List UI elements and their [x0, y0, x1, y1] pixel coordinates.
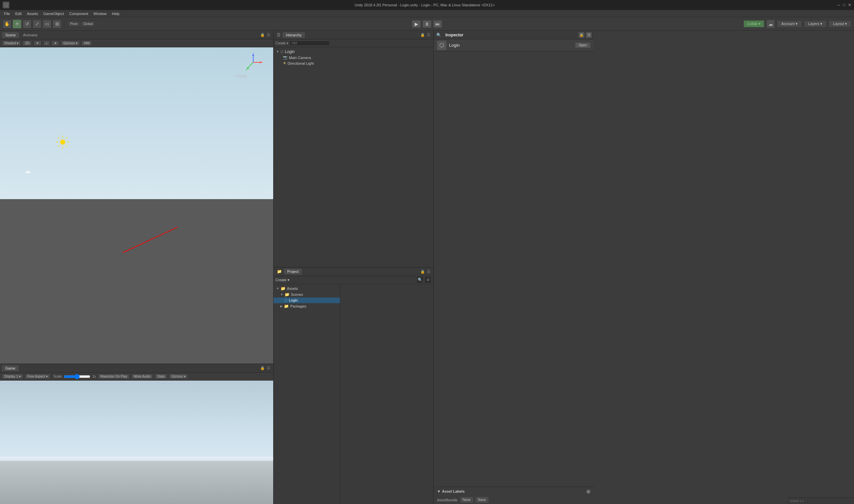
create-btn[interactable]: Create ▾	[275, 41, 288, 45]
inspector-asset-name: Login	[449, 43, 573, 48]
svg-marker-10	[252, 54, 254, 56]
hierarchy-search[interactable]	[290, 41, 330, 46]
menu-gameobject[interactable]: GameObject	[41, 11, 67, 16]
shading-dropdown[interactable]: Shaded ▾	[2, 41, 21, 46]
toolbar-right: Collab ▾ ☁ Account ▾ Layers ▾ Layout ▾	[741, 20, 854, 28]
svg-text:Y: Y	[246, 69, 247, 72]
layout-btn[interactable]: Layout ▾	[829, 20, 851, 28]
menu-edit[interactable]: Edit	[13, 11, 24, 16]
project-create-btn[interactable]: Create ▾	[275, 278, 290, 282]
svg-point-8	[60, 140, 65, 144]
mute-audio-btn[interactable]: Mute Audio	[131, 374, 153, 379]
inspector-open-btn[interactable]: Open	[575, 42, 590, 48]
inspector-lock-btn[interactable]: 🔒	[579, 32, 584, 38]
scene-panel: Scene Animator 🔒 ☰ Shaded ▾ 2D ☀ ♪ ✦ Giz…	[0, 31, 273, 364]
pivot-btn[interactable]: Pivot	[67, 21, 80, 27]
aspect-dropdown[interactable]: Free Aspect ▾	[25, 374, 50, 379]
step-btn[interactable]: ⏭	[433, 20, 442, 28]
asset-labels-add-btn[interactable]: ⊕	[586, 488, 590, 495]
game-lock-btn[interactable]: 🔒	[260, 365, 265, 371]
menu-file[interactable]: File	[1, 11, 13, 16]
all-btn[interactable]: #All	[82, 41, 92, 46]
status-bar: DSDM 1:1	[787, 497, 854, 504]
hierarchy-main-camera[interactable]: 📷 Main Camera	[274, 55, 433, 60]
game-menu-btn[interactable]: ☰	[266, 365, 271, 371]
scene-expand-arrow: ▼	[276, 50, 279, 53]
shading-arrow: ▾	[17, 41, 18, 45]
inspector-tab[interactable]: Inspector	[442, 32, 467, 38]
hierarchy-lock-btn[interactable]: 🔒	[420, 32, 425, 38]
menu-help[interactable]: Help	[109, 11, 122, 16]
maximize-btn[interactable]: □	[843, 3, 845, 7]
lighting-btn[interactable]: ☀	[34, 41, 41, 46]
game-viewport[interactable]	[0, 381, 273, 504]
animator-tab[interactable]: Animator	[20, 32, 41, 38]
pivot-global-group[interactable]: Pivot Global	[67, 21, 96, 27]
display-dropdown[interactable]: Display 1 ▾	[2, 374, 23, 379]
scene-lock-btn[interactable]: 🔒	[260, 32, 265, 38]
account-btn[interactable]: Account ▾	[777, 20, 802, 28]
maximize-on-play-btn[interactable]: Maximize On Play	[98, 374, 130, 379]
stats-btn[interactable]: Stats	[155, 374, 167, 379]
hierarchy-tab[interactable]: Hierarchy	[283, 32, 305, 38]
hierarchy-menu-btn[interactable]: ☰	[426, 32, 431, 38]
scene-viewport[interactable]: ☁ Z	[0, 47, 273, 364]
project-search-icon[interactable]: 🔍	[417, 276, 423, 283]
add-label-icon[interactable]: ⊕	[586, 489, 590, 494]
unity-logo-icon: ⬡	[3, 2, 10, 8]
menu-component[interactable]: Component	[67, 11, 91, 16]
minimize-btn[interactable]: ─	[837, 3, 840, 7]
rect-tool-btn[interactable]: ▭	[43, 20, 51, 28]
close-btn[interactable]: ✕	[848, 3, 851, 7]
tree-packages[interactable]: ▶ 📁 Packages	[274, 303, 340, 309]
main-content: Scene Animator 🔒 ☰ Shaded ▾ 2D ☀ ♪ ✦ Giz…	[0, 31, 854, 504]
project-settings-btn[interactable]: ⚙	[425, 276, 431, 283]
gizmos-dropdown[interactable]: Gizmos ▾	[61, 41, 80, 46]
scene-menu-btn[interactable]: ☰	[266, 32, 271, 38]
scale-tool-btn[interactable]: ⤢	[33, 20, 41, 28]
tree-scenes[interactable]: ▼ 📁 Scenes	[274, 291, 340, 298]
tree-assets[interactable]: ▼ 📁 Assets	[274, 286, 340, 291]
display-label: Display 1	[4, 375, 18, 378]
svg-text:Z: Z	[253, 52, 254, 54]
collab-btn[interactable]: Collab ▾	[744, 20, 764, 28]
separator-1	[64, 20, 65, 28]
audio-btn[interactable]: ♪	[43, 41, 50, 46]
scene-root-item[interactable]: ▼ ⬡ Login	[274, 49, 433, 55]
rotate-tool-btn[interactable]: ↺	[23, 20, 31, 28]
packages-label: Packages	[290, 304, 306, 308]
asset-bundle-dropdown[interactable]: None	[460, 497, 473, 503]
2d-btn[interactable]: 2D	[23, 41, 32, 46]
inspector-menu-btn[interactable]: ☰	[586, 32, 592, 38]
global-btn[interactable]: Global	[80, 21, 95, 27]
menu-assets[interactable]: Assets	[24, 11, 41, 16]
move-tool-btn[interactable]: ✛	[13, 20, 21, 28]
scene-tab[interactable]: Scene	[2, 32, 19, 38]
asset-labels-header[interactable]: ▼ Asset Labels ⊕	[434, 487, 594, 496]
inspector-tab-bar: 🔍 Inspector 🔒 ☰	[434, 31, 594, 39]
tree-login-scene[interactable]: ⬡ Login	[274, 298, 340, 303]
assets-label: Assets	[287, 287, 298, 290]
inspector-icons: 🔒 ☰	[579, 32, 592, 38]
project-menu-btn[interactable]: ☰	[426, 269, 431, 274]
project-tab[interactable]: Project	[284, 269, 302, 274]
asset-variant-dropdown[interactable]: None	[476, 497, 488, 503]
light-icon: ☀	[283, 61, 286, 65]
cloud-services-btn[interactable]: ☁	[766, 20, 775, 28]
layers-btn[interactable]: Layers ▾	[804, 20, 826, 28]
hand-tool-btn[interactable]: ✋	[3, 20, 11, 28]
middle-panels: ☰ Hierarchy 🔒 ☰ Create ▾ ▼ ⬡ Login	[274, 31, 434, 504]
project-lock-btn[interactable]: 🔒	[420, 269, 425, 274]
pause-btn[interactable]: ⏸	[422, 20, 432, 28]
scene-root-label: Login	[285, 49, 294, 54]
menu-window[interactable]: Window	[91, 11, 109, 16]
window-controls[interactable]: ─ □ ✕	[837, 3, 851, 7]
fx-btn[interactable]: ✦	[52, 41, 59, 46]
play-btn[interactable]: ▶	[412, 20, 421, 28]
inspector-panel: 🔍 Inspector 🔒 ☰ ⬡ Login Open ▼ Asset Lab…	[434, 31, 594, 504]
hierarchy-directional-light[interactable]: ☀ Directional Light	[274, 60, 433, 66]
scale-slider[interactable]	[64, 375, 90, 378]
transform-tool-btn[interactable]: ⊞	[53, 20, 61, 28]
game-gizmos-btn[interactable]: Gizmos ▾	[169, 374, 188, 379]
game-tab[interactable]: Game	[2, 365, 19, 371]
